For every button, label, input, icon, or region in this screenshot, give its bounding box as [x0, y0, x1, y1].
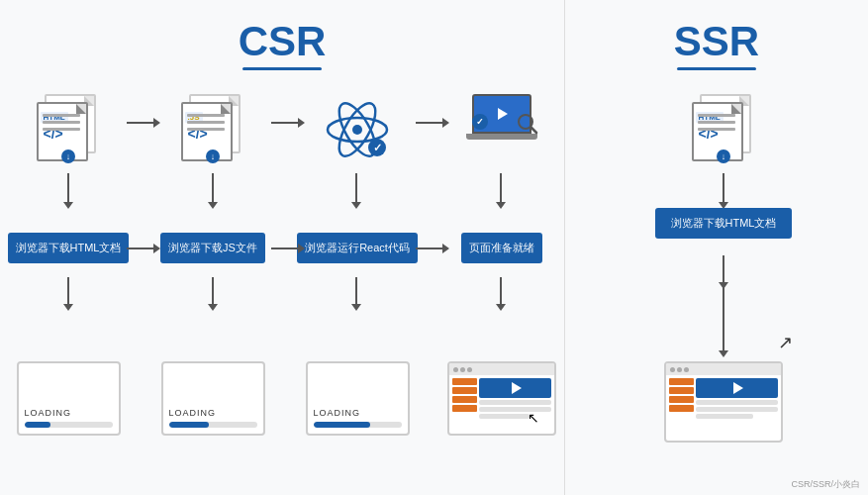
csr-label-3: 浏览器运行React代码: [297, 233, 418, 263]
csr-section: CSR HTML </>: [0, 0, 564, 495]
main-container: CSR HTML </>: [0, 0, 868, 495]
csr-label-4: 页面准备就绪: [461, 233, 542, 263]
csr-title-wrap: CSR: [0, 18, 564, 70]
csr-icon-unit-2: .JS </>: [154, 94, 271, 165]
loading-box-3: LOADING: [306, 361, 410, 436]
csr-icon-unit-3: ✓: [299, 94, 416, 165]
csr-title: CSR: [0, 18, 564, 65]
ssr-html-file-icon: HTML </>: [692, 94, 756, 165]
react-atom-icon: ✓: [326, 94, 390, 165]
csr-icons-wrap: HTML </>: [10, 94, 559, 165]
loading-box-2: LOADING: [161, 361, 265, 436]
browser-screen-csr: ↖: [447, 361, 556, 436]
ssr-title-wrap: SSR: [565, 18, 868, 70]
browser-screen-ssr: [664, 361, 783, 443]
arrow-1-2: [127, 122, 154, 124]
html-file-icon-1: HTML </>: [37, 94, 101, 165]
csr-down-arrows: [10, 173, 559, 203]
ssr-cursor-icon: ↗: [778, 332, 793, 353]
ssr-title: SSR: [565, 18, 868, 65]
download-arrow-1: [61, 149, 75, 163]
loading-text-2: LOADING: [169, 408, 257, 418]
arrow-3-4: [416, 122, 443, 124]
svg-line-7: [530, 127, 536, 133]
csr-down-arrows-2: [10, 277, 559, 305]
csr-icon-unit-1: HTML </>: [10, 94, 127, 165]
laptop-icon: ✓: [466, 94, 537, 165]
csr-label-2: 浏览器下载JS文件: [160, 233, 265, 263]
svg-point-3: [352, 125, 362, 135]
ssr-download-arrow: [717, 149, 730, 163]
ssr-label-wrap: 浏览器下载HTML文档: [585, 208, 862, 239]
arrow-2-3: [271, 122, 299, 124]
js-file-icon: .JS </>: [181, 94, 245, 165]
csr-icon-unit-4: ✓: [443, 94, 560, 165]
play-icon: [498, 108, 508, 120]
ssr-section: SSR HTML </>: [564, 0, 868, 495]
loading-box-1: LOADING: [17, 361, 121, 436]
download-arrow-2: [206, 149, 220, 163]
ssr-icon-wrap: HTML </>: [585, 94, 862, 165]
ssr-browser-play-icon: [733, 382, 743, 394]
browser-play-icon: [512, 382, 522, 394]
csr-underline: [242, 67, 322, 70]
ssr-bottom-wrap: [585, 361, 862, 443]
cursor-icon: ↖: [528, 410, 539, 426]
csr-bottom-wrap: LOADING LOADING LO: [10, 361, 559, 436]
csr-labels-wrap: 浏览器下载HTML文档 浏览器下载JS文件 浏览器运行React代码 页面准备就…: [10, 233, 559, 263]
watermark: CSR/SSR/小炎白: [791, 478, 860, 491]
svg-text:✓: ✓: [372, 142, 381, 153]
ssr-label-1: 浏览器下载HTML文档: [655, 208, 793, 239]
loading-text-1: LOADING: [25, 408, 113, 418]
loading-text-3: LOADING: [314, 408, 402, 418]
csr-label-1: 浏览器下载HTML文档: [8, 233, 130, 263]
ssr-underline: [677, 67, 756, 70]
